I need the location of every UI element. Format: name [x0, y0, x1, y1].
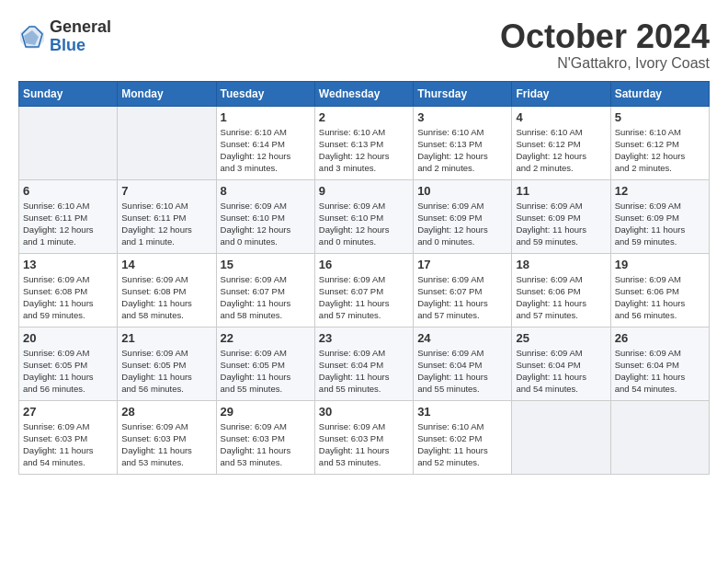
day-number: 9 — [319, 184, 409, 198]
day-info: Sunrise: 6:09 AM Sunset: 6:10 PM Dayligh… — [319, 200, 409, 248]
day-info: Sunrise: 6:09 AM Sunset: 6:04 PM Dayligh… — [516, 347, 606, 396]
day-info: Sunrise: 6:09 AM Sunset: 6:06 PM Dayligh… — [615, 273, 705, 322]
calendar-cell: 31Sunrise: 6:10 AM Sunset: 6:02 PM Dayli… — [414, 400, 512, 474]
day-number: 22 — [221, 331, 311, 345]
day-number: 27 — [23, 405, 113, 419]
calendar-week-row: 13Sunrise: 6:09 AM Sunset: 6:08 PM Dayli… — [19, 253, 710, 327]
day-number: 13 — [23, 258, 113, 271]
calendar-cell: 16Sunrise: 6:09 AM Sunset: 6:07 PM Dayli… — [314, 253, 413, 327]
calendar-cell: 8Sunrise: 6:09 AM Sunset: 6:10 PM Daylig… — [216, 179, 314, 253]
day-info: Sunrise: 6:09 AM Sunset: 6:03 PM Dayligh… — [221, 420, 311, 469]
calendar-cell: 30Sunrise: 6:09 AM Sunset: 6:03 PM Dayli… — [314, 400, 413, 474]
calendar-cell: 3Sunrise: 6:10 AM Sunset: 6:13 PM Daylig… — [414, 106, 512, 179]
day-info: Sunrise: 6:09 AM Sunset: 6:05 PM Dayligh… — [23, 347, 113, 396]
day-info: Sunrise: 6:10 AM Sunset: 6:14 PM Dayligh… — [221, 126, 311, 175]
logo-blue-text: Blue — [50, 37, 111, 55]
day-info: Sunrise: 6:10 AM Sunset: 6:11 PM Dayligh… — [23, 200, 113, 248]
day-info: Sunrise: 6:09 AM Sunset: 6:03 PM Dayligh… — [319, 420, 409, 469]
day-info: Sunrise: 6:09 AM Sunset: 6:09 PM Dayligh… — [516, 200, 606, 248]
calendar-cell: 2Sunrise: 6:10 AM Sunset: 6:13 PM Daylig… — [314, 106, 413, 179]
calendar-cell — [512, 400, 610, 474]
calendar-cell: 17Sunrise: 6:09 AM Sunset: 6:07 PM Dayli… — [414, 253, 512, 327]
day-info: Sunrise: 6:09 AM Sunset: 6:06 PM Dayligh… — [516, 273, 606, 322]
day-number: 7 — [121, 184, 211, 198]
calendar-cell: 22Sunrise: 6:09 AM Sunset: 6:05 PM Dayli… — [216, 327, 314, 400]
calendar-cell: 10Sunrise: 6:09 AM Sunset: 6:09 PM Dayli… — [414, 179, 512, 253]
title-block: October 2024 N'Gattakro, Ivory Coast — [500, 18, 710, 72]
day-number: 20 — [23, 331, 113, 345]
day-number: 3 — [417, 110, 507, 124]
day-number: 14 — [121, 258, 211, 271]
day-number: 18 — [516, 258, 606, 271]
day-number: 10 — [417, 184, 507, 198]
calendar-cell: 15Sunrise: 6:09 AM Sunset: 6:07 PM Dayli… — [216, 253, 314, 327]
calendar-cell: 21Sunrise: 6:09 AM Sunset: 6:05 PM Dayli… — [118, 327, 216, 400]
day-header-thursday: Thursday — [414, 81, 512, 106]
day-info: Sunrise: 6:09 AM Sunset: 6:03 PM Dayligh… — [121, 420, 211, 469]
day-number: 25 — [516, 331, 606, 345]
calendar-cell: 27Sunrise: 6:09 AM Sunset: 6:03 PM Dayli… — [19, 400, 118, 474]
day-header-saturday: Saturday — [610, 81, 709, 106]
day-number: 8 — [221, 184, 311, 198]
day-header-monday: Monday — [118, 81, 216, 106]
page-header: General Blue October 2024 N'Gattakro, Iv… — [18, 18, 710, 72]
day-number: 28 — [121, 405, 211, 419]
day-number: 17 — [417, 258, 507, 271]
day-info: Sunrise: 6:10 AM Sunset: 6:12 PM Dayligh… — [516, 126, 606, 175]
calendar-cell: 12Sunrise: 6:09 AM Sunset: 6:09 PM Dayli… — [610, 179, 709, 253]
day-number: 21 — [121, 331, 211, 345]
day-header-tuesday: Tuesday — [216, 81, 314, 106]
day-header-friday: Friday — [512, 81, 610, 106]
calendar-week-row: 27Sunrise: 6:09 AM Sunset: 6:03 PM Dayli… — [19, 400, 710, 474]
day-info: Sunrise: 6:09 AM Sunset: 6:07 PM Dayligh… — [417, 273, 507, 322]
calendar-cell: 9Sunrise: 6:09 AM Sunset: 6:10 PM Daylig… — [314, 179, 413, 253]
logo-general-text: General — [50, 18, 111, 37]
logo: General Blue — [18, 18, 111, 55]
day-info: Sunrise: 6:09 AM Sunset: 6:04 PM Dayligh… — [417, 347, 507, 396]
calendar-cell: 24Sunrise: 6:09 AM Sunset: 6:04 PM Dayli… — [414, 327, 512, 400]
day-info: Sunrise: 6:09 AM Sunset: 6:04 PM Dayligh… — [319, 347, 409, 396]
day-number: 6 — [23, 184, 113, 198]
calendar-cell: 29Sunrise: 6:09 AM Sunset: 6:03 PM Dayli… — [216, 400, 314, 474]
day-number: 11 — [516, 184, 606, 198]
calendar-cell: 11Sunrise: 6:09 AM Sunset: 6:09 PM Dayli… — [512, 179, 610, 253]
month-title: October 2024 — [500, 18, 710, 55]
day-info: Sunrise: 6:10 AM Sunset: 6:12 PM Dayligh… — [615, 126, 705, 175]
calendar-cell: 18Sunrise: 6:09 AM Sunset: 6:06 PM Dayli… — [512, 253, 610, 327]
day-info: Sunrise: 6:09 AM Sunset: 6:10 PM Dayligh… — [221, 200, 311, 248]
calendar-cell: 4Sunrise: 6:10 AM Sunset: 6:12 PM Daylig… — [512, 106, 610, 179]
day-info: Sunrise: 6:09 AM Sunset: 6:09 PM Dayligh… — [417, 200, 507, 248]
day-info: Sunrise: 6:09 AM Sunset: 6:07 PM Dayligh… — [221, 273, 311, 322]
logo-text: General Blue — [50, 18, 111, 55]
day-info: Sunrise: 6:09 AM Sunset: 6:05 PM Dayligh… — [221, 347, 311, 396]
day-number: 16 — [319, 258, 409, 271]
calendar-cell: 1Sunrise: 6:10 AM Sunset: 6:14 PM Daylig… — [216, 106, 314, 179]
day-info: Sunrise: 6:09 AM Sunset: 6:07 PM Dayligh… — [319, 273, 409, 322]
day-number: 12 — [615, 184, 705, 198]
calendar-cell — [610, 400, 709, 474]
calendar-cell: 7Sunrise: 6:10 AM Sunset: 6:11 PM Daylig… — [118, 179, 216, 253]
calendar-cell: 19Sunrise: 6:09 AM Sunset: 6:06 PM Dayli… — [610, 253, 709, 327]
day-header-wednesday: Wednesday — [314, 81, 413, 106]
day-number: 2 — [319, 110, 409, 124]
day-info: Sunrise: 6:10 AM Sunset: 6:02 PM Dayligh… — [417, 420, 507, 469]
day-number: 5 — [615, 110, 705, 124]
day-info: Sunrise: 6:10 AM Sunset: 6:13 PM Dayligh… — [417, 126, 507, 175]
calendar-cell: 26Sunrise: 6:09 AM Sunset: 6:04 PM Dayli… — [610, 327, 709, 400]
day-number: 19 — [615, 258, 705, 271]
day-number: 15 — [221, 258, 311, 271]
calendar-table: SundayMondayTuesdayWednesdayThursdayFrid… — [18, 81, 710, 475]
calendar-week-row: 1Sunrise: 6:10 AM Sunset: 6:14 PM Daylig… — [19, 106, 710, 179]
day-info: Sunrise: 6:10 AM Sunset: 6:13 PM Dayligh… — [319, 126, 409, 175]
calendar-cell: 6Sunrise: 6:10 AM Sunset: 6:11 PM Daylig… — [19, 179, 118, 253]
day-number: 30 — [319, 405, 409, 419]
day-number: 1 — [221, 110, 311, 124]
day-info: Sunrise: 6:10 AM Sunset: 6:11 PM Dayligh… — [121, 200, 211, 248]
day-number: 26 — [615, 331, 705, 345]
day-number: 31 — [417, 405, 507, 419]
day-info: Sunrise: 6:09 AM Sunset: 6:05 PM Dayligh… — [121, 347, 211, 396]
calendar-cell: 28Sunrise: 6:09 AM Sunset: 6:03 PM Dayli… — [118, 400, 216, 474]
calendar-week-row: 20Sunrise: 6:09 AM Sunset: 6:05 PM Dayli… — [19, 327, 710, 400]
day-info: Sunrise: 6:09 AM Sunset: 6:04 PM Dayligh… — [615, 347, 705, 396]
calendar-cell — [118, 106, 216, 179]
